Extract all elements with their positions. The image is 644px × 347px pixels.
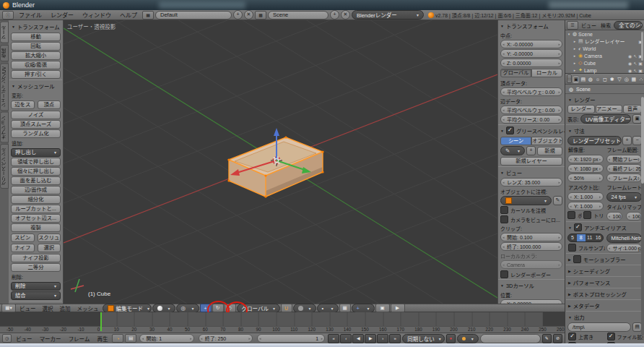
subdivide-button[interactable]: 細分化: [11, 195, 61, 204]
metadata-panel-header[interactable]: メタデータ: [566, 299, 643, 311]
render-engine-select[interactable]: Blenderレンダー: [352, 10, 424, 20]
mode-select[interactable]: 編集モード: [103, 304, 152, 313]
panel-transform-header[interactable]: トランスフォーム: [9, 21, 62, 32]
post-processing-panel-header[interactable]: ポストプロセッシング: [566, 288, 643, 299]
frame-end-field[interactable]: 最終フレ: 250: [606, 164, 643, 173]
vertex-bevel-field[interactable]: 平均ベベルウェ: 0.00: [500, 87, 562, 96]
tab-scene[interactable]: ◍: [587, 75, 593, 83]
new-layer-button[interactable]: 新規レイヤー: [500, 157, 562, 166]
outliner-view-menu[interactable]: ビュー: [580, 22, 598, 29]
performance-panel-header[interactable]: パフォーマンス: [566, 276, 643, 288]
antialiasing-panel-header[interactable]: アンチエイリアス: [566, 221, 643, 233]
render-audio-button[interactable]: 音声: [623, 105, 642, 113]
randomize-button[interactable]: ランダム化: [11, 129, 61, 138]
timeline-view-menu[interactable]: ビュー: [13, 335, 35, 343]
view-menu[interactable]: ビュー: [17, 304, 39, 312]
median-y-field[interactable]: Y: -0.00000: [500, 49, 562, 58]
duplicate-button[interactable]: 複製: [11, 223, 61, 232]
expand-icon[interactable]: ▸: [573, 39, 577, 43]
shading-panel-header[interactable]: シェーディング: [566, 265, 643, 276]
viewport-3d[interactable]: ユーザー・透視投影 (1) Cube: [64, 20, 497, 304]
inset-faces-button[interactable]: 面を差し込む: [11, 176, 61, 185]
tab-render-layers[interactable]: ▤: [580, 75, 586, 83]
tab-grease-pencil[interactable]: グリースペンシル: [0, 144, 9, 189]
expand-icon[interactable]: ▸: [573, 53, 577, 58]
median-x-field[interactable]: X: -0.00000: [500, 40, 562, 48]
rotate-button[interactable]: 回転: [11, 42, 61, 51]
mesh-menu[interactable]: メッシュ: [74, 304, 102, 312]
lock-object-select[interactable]: [500, 196, 552, 205]
resolution-x-field[interactable]: X: 1920 px: [567, 155, 604, 163]
gp-new-button[interactable]: 新規: [537, 147, 562, 155]
antialiasing-checkbox[interactable]: [574, 223, 582, 231]
motion-blur-panel-header[interactable]: モーションブラー: [566, 253, 643, 265]
outliner-editor-type-icon[interactable]: ☰: [567, 21, 578, 30]
extrude-menu[interactable]: 押し出し: [11, 148, 61, 157]
outliner-row-lamp[interactable]: ▸ ✦ Lamp ◉↖▣: [565, 67, 644, 74]
eye-icon[interactable]: ◉: [628, 68, 632, 73]
expand-icon[interactable]: ▸: [573, 61, 577, 65]
merge-menu[interactable]: 結合: [11, 291, 61, 300]
viewport-editor-type-icon[interactable]: ▦▾: [1, 304, 16, 312]
output-panel-header[interactable]: 出力: [566, 311, 643, 322]
outliner-search-menu[interactable]: 検索: [599, 22, 612, 29]
resolution-y-field[interactable]: Y: 1080 px: [567, 164, 604, 173]
push-pull-button[interactable]: 押す/引く: [11, 70, 61, 79]
properties-editor-type-icon[interactable]: ☷: [567, 74, 572, 83]
render-animation-button[interactable]: アニメー...: [596, 105, 623, 113]
tab-modifiers[interactable]: ✱: [609, 75, 615, 83]
median-z-field[interactable]: Z: 0.00000: [500, 59, 562, 67]
gp-scene-toggle[interactable]: シーン: [500, 137, 531, 145]
clip-end-field[interactable]: 終了: 1000.000: [500, 242, 562, 251]
render-restrict-icon[interactable]: ▣: [638, 68, 643, 73]
render-button[interactable]: レンダー: [567, 105, 595, 113]
snap-element-select[interactable]: [293, 304, 316, 313]
add-layout-button[interactable]: +: [233, 10, 243, 20]
timeline-frame-menu[interactable]: フレーム: [66, 335, 93, 343]
active-keying-set-field[interactable]: [480, 334, 541, 343]
noise-button[interactable]: ノイズ: [11, 111, 61, 119]
gp-add-button[interactable]: +: [526, 146, 536, 155]
local-toggle[interactable]: ローカル: [531, 69, 562, 77]
np-3d-cursor-header[interactable]: 3Dカーソル: [498, 279, 565, 291]
outliner-row-cube[interactable]: ▸ ◇ Cube ◉↖▣: [565, 59, 644, 67]
selectable-icon[interactable]: ↖: [633, 53, 637, 59]
aspect-x-field[interactable]: X: 1.000: [567, 192, 604, 201]
global-toggle[interactable]: グローバル: [500, 69, 531, 77]
loop-cut-button[interactable]: ループカットと...: [11, 205, 61, 213]
selectable-icon[interactable]: ↖: [633, 68, 637, 73]
aa-filter-select[interactable]: Mitchell-Netrav...: [606, 234, 643, 243]
extrude-individual-button[interactable]: 個々に押し出し: [11, 167, 61, 176]
overwrite-checkbox[interactable]: [568, 333, 576, 340]
aa-samples-11[interactable]: 11: [586, 234, 594, 241]
prev-keyframe-button[interactable]: ‹: [340, 334, 352, 343]
timeline-playback-menu[interactable]: 再生: [94, 335, 110, 343]
aa-samples-8[interactable]: 8: [577, 234, 586, 241]
tab-particles[interactable]: ∴: [638, 75, 644, 83]
eyedropper-icon[interactable]: ✎: [553, 196, 562, 205]
outliner-display-filter[interactable]: 全てのシーン: [614, 21, 643, 30]
np-view-header[interactable]: ビュー: [498, 166, 565, 178]
insert-keyframe-button[interactable]: ✎: [542, 334, 552, 343]
tab-shading-uv[interactable]: シェーディング/UV: [0, 63, 9, 111]
layers-widget[interactable]: +: [352, 304, 375, 313]
timeline-ruler[interactable]: -50-40-30-20-100102030405060708090100110…: [0, 326, 565, 333]
opengl-render-anim-button[interactable]: ▶: [391, 304, 405, 312]
tab-data[interactable]: ▽: [616, 75, 622, 83]
expand-icon[interactable]: ▸: [573, 46, 577, 51]
outliner-row-world[interactable]: ▸ ◐ World: [565, 45, 644, 52]
outliner-row-camera[interactable]: ▸ ◉ Camera ◉↖▣: [565, 52, 644, 59]
make-edge-face-button[interactable]: 辺/面作成: [11, 186, 61, 194]
render-presets-select[interactable]: レンダープリセット: [567, 136, 622, 145]
delete-menu[interactable]: 削除: [11, 282, 61, 291]
tab-world[interactable]: ☼: [594, 75, 601, 83]
snap-magnet-toggle[interactable]: U: [281, 304, 292, 312]
smooth-vertex-button[interactable]: 頂点スムーズ: [11, 120, 61, 129]
expand-icon[interactable]: ▸: [573, 68, 577, 72]
outliner-scrollbar[interactable]: [641, 32, 643, 61]
bisect-button[interactable]: 二等分: [11, 263, 61, 272]
menu-help[interactable]: ヘルプ: [116, 11, 141, 19]
render-display-select[interactable]: UV画像エディター: [580, 114, 631, 124]
current-frame-marker[interactable]: [100, 312, 102, 331]
render-border-checkbox[interactable]: [500, 270, 508, 278]
